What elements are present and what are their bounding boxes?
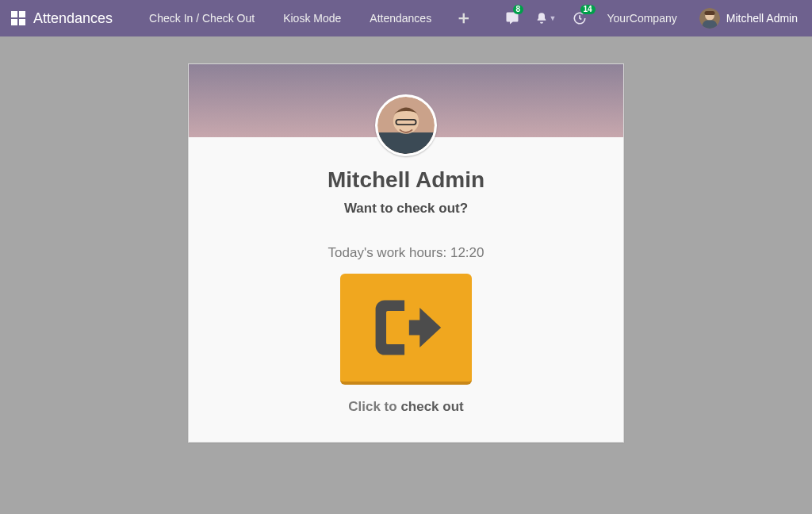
messages-badge: 8 bbox=[513, 5, 524, 14]
company-switcher[interactable]: YourCompany bbox=[595, 12, 690, 25]
sign-out-icon bbox=[368, 290, 444, 366]
attendance-card: Mitchell Admin Want to check out? Today'… bbox=[188, 63, 624, 443]
checkout-prompt: Want to check out? bbox=[344, 201, 468, 217]
click-hint-prefix: Click to bbox=[348, 399, 400, 414]
nav-add-icon[interactable]: ➕︎ bbox=[446, 10, 482, 27]
user-name-label: Mitchell Admin bbox=[726, 12, 798, 25]
work-hours-value: 12:20 bbox=[450, 245, 485, 260]
card-body: Mitchell Admin Want to check out? Today'… bbox=[189, 137, 623, 442]
nav-right: 8 ▼ 14 YourCompany bbox=[497, 0, 801, 36]
user-menu[interactable]: Mitchell Admin bbox=[690, 8, 801, 29]
user-avatar-icon bbox=[699, 8, 720, 29]
click-hint: Click to check out bbox=[348, 399, 463, 415]
navbar: Attendances Check In / Check Out Kiosk M… bbox=[0, 0, 812, 36]
chevron-down-icon: ▼ bbox=[550, 14, 557, 22]
nav-brand[interactable]: Attendances bbox=[33, 10, 113, 27]
bell-icon bbox=[535, 12, 548, 25]
apps-icon[interactable] bbox=[11, 11, 25, 25]
notifications-button[interactable]: ▼ bbox=[527, 0, 565, 36]
nav-link-attendances[interactable]: Attendances bbox=[355, 0, 446, 36]
messages-button[interactable]: 8 bbox=[497, 0, 527, 36]
svg-rect-4 bbox=[704, 11, 714, 15]
checkout-button[interactable] bbox=[340, 274, 472, 385]
svg-rect-3 bbox=[703, 21, 717, 29]
employee-name: Mitchell Admin bbox=[327, 167, 485, 193]
employee-avatar-icon bbox=[375, 94, 437, 156]
main-stage: Mitchell Admin Want to check out? Today'… bbox=[0, 36, 812, 514]
nav-link-kiosk[interactable]: Kiosk Mode bbox=[269, 0, 355, 36]
nav-link-checkin[interactable]: Check In / Check Out bbox=[135, 0, 269, 36]
nav-left: Attendances Check In / Check Out Kiosk M… bbox=[11, 0, 497, 36]
activities-badge: 14 bbox=[580, 5, 596, 14]
activities-button[interactable]: 14 bbox=[565, 0, 595, 36]
work-hours-prefix: Today's work hours: bbox=[328, 245, 450, 260]
click-hint-strong: check out bbox=[400, 399, 463, 414]
work-hours-label: Today's work hours: 12:20 bbox=[328, 245, 485, 261]
